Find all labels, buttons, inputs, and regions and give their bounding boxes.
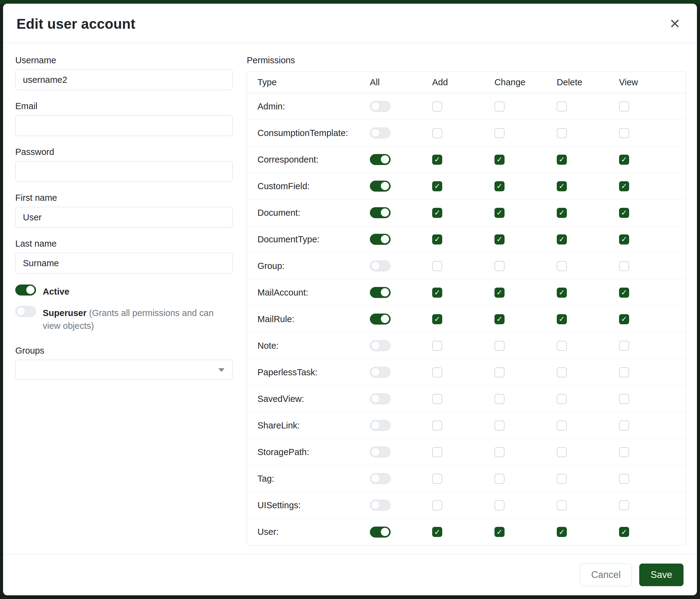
active-toggle[interactable] [15,285,36,295]
permission-delete-checkbox[interactable] [557,314,567,324]
permission-view-checkbox[interactable] [619,101,629,112]
permission-delete-checkbox[interactable] [557,367,567,378]
permission-view-checkbox[interactable] [619,341,629,351]
permission-add-checkbox[interactable] [432,421,442,431]
permission-all-toggle[interactable] [370,101,391,112]
permission-all-toggle[interactable] [370,500,391,511]
permission-change-checkbox[interactable] [495,421,504,431]
groups-label: Groups [15,346,233,356]
permission-delete-checkbox[interactable] [557,421,567,431]
permission-view-checkbox[interactable] [619,394,629,404]
permission-add-checkbox[interactable] [432,447,442,457]
close-icon[interactable]: ✕ [666,15,683,32]
permission-add-checkbox[interactable] [432,288,442,298]
permission-add-checkbox[interactable] [432,101,442,112]
permission-view-checkbox[interactable] [619,314,629,324]
username-input[interactable] [15,69,233,90]
permission-view-checkbox[interactable] [619,447,629,457]
permission-all-toggle[interactable] [370,473,391,484]
save-button[interactable]: Save [639,564,683,586]
permission-add-checkbox[interactable] [432,154,442,165]
permission-view-checkbox[interactable] [619,208,629,218]
cancel-button[interactable]: Cancel [580,564,632,586]
permission-row: UISettings: [247,492,686,519]
permission-add-checkbox[interactable] [432,208,442,218]
permission-delete-checkbox[interactable] [557,101,567,112]
permission-change-checkbox[interactable] [495,128,504,138]
permission-view-checkbox[interactable] [619,154,629,165]
permission-add-checkbox[interactable] [432,500,442,510]
permission-change-checkbox[interactable] [495,447,504,457]
permission-add-checkbox[interactable] [432,261,442,271]
permission-change-checkbox[interactable] [495,181,504,191]
permission-add-checkbox[interactable] [432,341,442,351]
permission-add-checkbox[interactable] [432,314,442,324]
permission-change-checkbox[interactable] [495,500,504,510]
permission-view-checkbox[interactable] [619,288,629,298]
permission-change-checkbox[interactable] [495,288,504,298]
permission-add-checkbox[interactable] [432,474,442,484]
permission-all-toggle[interactable] [370,367,391,378]
permission-all-toggle[interactable] [370,393,391,404]
permission-all-toggle[interactable] [370,154,391,165]
permission-view-checkbox[interactable] [619,181,629,191]
permission-delete-checkbox[interactable] [557,474,567,484]
permission-delete-checkbox[interactable] [557,234,567,244]
permission-delete-checkbox[interactable] [557,500,567,510]
permission-view-checkbox[interactable] [619,128,629,138]
permission-change-checkbox[interactable] [495,154,504,165]
permission-delete-checkbox[interactable] [557,447,567,457]
permission-add-checkbox[interactable] [432,234,442,244]
permission-add-checkbox[interactable] [432,128,442,138]
permission-delete-checkbox[interactable] [557,128,567,138]
permission-change-checkbox[interactable] [495,208,504,218]
permission-add-checkbox[interactable] [432,367,442,378]
superuser-toggle[interactable] [15,306,36,317]
permission-change-checkbox[interactable] [495,101,504,112]
permission-change-checkbox[interactable] [495,341,504,351]
email-input[interactable] [15,115,233,136]
permission-all-toggle[interactable] [370,287,391,298]
permission-all-toggle[interactable] [370,447,391,457]
permission-add-checkbox[interactable] [432,527,442,537]
permission-change-checkbox[interactable] [495,261,504,271]
permission-change-checkbox[interactable] [495,527,504,537]
permission-view-checkbox[interactable] [619,261,629,271]
permission-change-checkbox[interactable] [495,394,504,404]
permission-all-toggle[interactable] [370,127,391,139]
permission-add-checkbox[interactable] [432,394,442,404]
permission-delete-checkbox[interactable] [557,261,567,271]
permission-delete-checkbox[interactable] [557,527,567,537]
permission-add-checkbox[interactable] [432,181,442,191]
permission-change-checkbox[interactable] [495,474,504,484]
permission-all-toggle[interactable] [370,527,391,537]
permission-delete-checkbox[interactable] [557,208,567,218]
groups-select[interactable] [15,360,233,380]
permission-delete-checkbox[interactable] [557,154,567,165]
permission-change-checkbox[interactable] [495,367,504,378]
permission-delete-checkbox[interactable] [557,288,567,298]
permission-all-toggle[interactable] [370,181,391,192]
superuser-label: Superuser [43,308,86,318]
permission-all-toggle[interactable] [370,420,391,431]
permissions-table-body: Admin: ConsumptionTemplate: [247,93,686,545]
permission-delete-checkbox[interactable] [557,394,567,404]
password-input[interactable] [15,161,233,182]
last-name-input[interactable] [15,253,233,273]
permission-change-checkbox[interactable] [495,234,504,244]
permission-all-toggle[interactable] [370,260,391,271]
permission-all-toggle[interactable] [370,314,391,325]
permission-view-checkbox[interactable] [619,500,629,510]
permission-view-checkbox[interactable] [619,527,629,537]
permission-view-checkbox[interactable] [619,367,629,378]
first-name-input[interactable] [15,207,233,228]
permission-all-toggle[interactable] [370,234,391,245]
permission-all-toggle[interactable] [370,340,391,351]
permission-view-checkbox[interactable] [619,234,629,244]
permission-view-checkbox[interactable] [619,421,629,431]
permission-change-checkbox[interactable] [495,314,504,324]
permission-delete-checkbox[interactable] [557,341,567,351]
permission-all-toggle[interactable] [370,207,391,218]
permission-delete-checkbox[interactable] [557,181,567,191]
permission-view-checkbox[interactable] [619,474,629,484]
